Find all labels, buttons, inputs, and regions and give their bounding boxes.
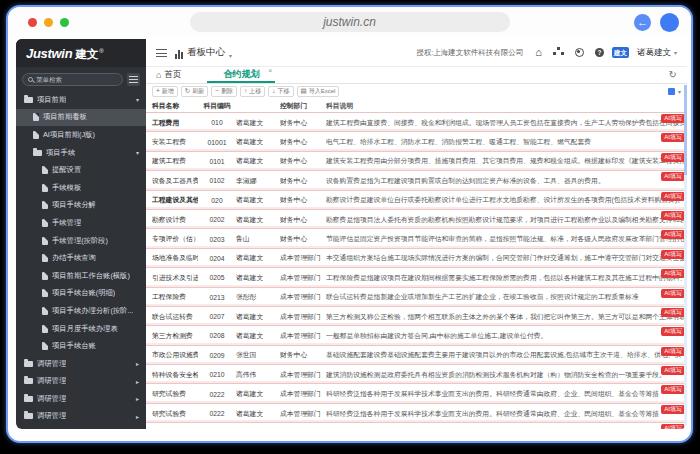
ai-fill-button[interactable]: AI填写 [661, 289, 685, 298]
menu-search-input[interactable] [36, 76, 117, 83]
table-row[interactable]: 工程保险费 0213 张彤彤 成本管理部门 联合试运转费是指新建企业或增加新生产… [146, 288, 687, 307]
minimize-window-button[interactable] [44, 18, 53, 27]
sidebar-item[interactable]: 手续管理(按阶段) [16, 232, 146, 250]
sidebar-item[interactable]: 调研管理 ▸ [16, 373, 146, 391]
ai-fill-button[interactable]: AI填写 [661, 211, 685, 220]
table-row[interactable]: 研究试验费 0222 诸葛建文 成本管理部门 科研经费泛指各种用于发展科学技术事… [146, 404, 687, 423]
sidebar-item[interactable]: 项目手续办理分析(按阶... [16, 302, 146, 320]
table-row[interactable]: 专利及专有技术使用费 0223 诸葛建文 成本管理部门 1) 国外设计及技术资料… [146, 423, 687, 429]
sidebar-item[interactable]: 项目手续台账 [16, 337, 146, 355]
maximize-window-button[interactable] [60, 18, 69, 27]
sidebar-item[interactable]: 办结手续查询 [16, 249, 146, 267]
menu-search-box[interactable] [22, 73, 123, 86]
tab-home[interactable]: ⌂ 首页 [156, 69, 181, 81]
home-icon[interactable]: ⌂ [535, 47, 542, 58]
sidebar-item[interactable]: 项目手续分解 [16, 197, 146, 215]
sidebar-item[interactable]: 项目手续 ▾ [16, 144, 146, 162]
sidebar-item[interactable]: 调研管理 ▸ [16, 390, 146, 408]
menu-list-toggle-button[interactable] [127, 73, 140, 86]
sidebar-item[interactable]: 手续模板 [16, 179, 146, 197]
table-row[interactable]: 场地准备及临时设施费 0204 诸葛建文 成本管理部门 本交通组织方案结合施工现… [146, 249, 687, 268]
toolbar-button[interactable]: + 新增 [152, 86, 178, 97]
ai-fill-button[interactable]: AI填写 [661, 153, 685, 162]
grid-toolbar: + 新增 ↻ 刷新 − 删除 ↑ 上移 ↓ 下移 ▤ 导入Excel ▾ [146, 84, 687, 98]
ai-fill-button[interactable]: AI填写 [661, 172, 685, 181]
help-icon[interactable]: ? [595, 48, 604, 57]
ai-fill-button[interactable]: AI填写 [661, 308, 685, 317]
browser-window: justwin.cn ← Justwin 建文 ® 项目前期 ▾ [6, 5, 693, 443]
ai-fill-button[interactable]: AI填写 [661, 250, 685, 259]
tab-bar: ⌂ 首页 合约规划 × ↻ [146, 67, 687, 84]
ai-fill-button[interactable]: AI填写 [661, 366, 685, 375]
close-window-button[interactable] [28, 18, 37, 27]
table-row[interactable]: 研究试验费 0222 诸葛建文 成本管理部门 科研经费泛指各种用于发展科学技术事… [146, 384, 687, 403]
cell-subject-name: 专利及专有技术使用费 [146, 428, 198, 429]
table-row[interactable]: 引进技术及引进设备费 0205 诸葛建文 成本管理部门 工程保险费是指建设项目在… [146, 268, 687, 287]
app-root: Justwin 建文 ® 项目前期 ▾ 项目前期看板 AI项目前期(J版) [16, 39, 687, 429]
org-chart-icon[interactable] [557, 47, 560, 50]
table-row[interactable]: 市政公用设施费 0209 张世国 财务中心 基础设施配套建设费基础设施配套费主要… [146, 346, 687, 365]
minus-icon: − [215, 88, 219, 95]
cell-subject-code: 0222 [198, 410, 236, 417]
user-menu[interactable]: 诸葛建文 ▾ [637, 47, 677, 59]
ai-fill-button[interactable]: AI填写 [661, 385, 685, 394]
vertical-scrollbar[interactable] [684, 85, 687, 429]
sidebar-item[interactable]: 手续管理 [16, 214, 146, 232]
sidebar-item[interactable]: AI项目前期(J版) [16, 126, 146, 144]
toolbar-button[interactable]: − 删除 [211, 86, 237, 97]
table-row[interactable]: 建筑工程费 0101 诸葛建文 财务中心 建筑安装工程费用由分部分项费用、措施项… [146, 152, 687, 171]
ai-fill-button[interactable]: AI填写 [661, 114, 685, 123]
ai-fill-button[interactable]: AI填写 [661, 405, 685, 414]
toolbar-view-dropdown[interactable]: ▾ [668, 88, 681, 95]
cell-control-dept: 财务中心 [280, 215, 326, 225]
ai-fill-button[interactable]: AI填写 [661, 424, 685, 429]
toolbar-button[interactable]: ↻ 刷新 [181, 86, 208, 97]
close-icon[interactable]: × [268, 67, 272, 75]
table-row[interactable]: 工程费用 010 诸葛建文 财务中心 建筑工程费由直接费、间接费、税金和利润组成… [146, 113, 687, 132]
tab-contract-planning[interactable]: 合约规划 × [207, 67, 275, 83]
toolbar-button[interactable]: ▤ 导入Excel [297, 86, 340, 97]
toolbar-button[interactable]: ↑ 上移 [240, 86, 265, 97]
sidebar-item[interactable]: 项目前期看板 [16, 109, 146, 127]
ai-fill-button[interactable]: AI填写 [661, 192, 685, 201]
ai-fill-button[interactable]: AI填写 [661, 347, 685, 356]
cell-description: 工程保险费是指建设项目在建设期间根据需要实施工程保险所需的费用，包括以各种建筑工… [326, 273, 687, 283]
down-icon: ↓ [272, 88, 275, 95]
address-bar[interactable]: justwin.cn [190, 12, 510, 32]
sidebar-item[interactable]: 调研管理 ▸ [16, 355, 146, 373]
back-button[interactable]: ← [634, 14, 651, 31]
table-row[interactable]: 安装工程费 01001 诸葛建文 财务中心 电气工程、给排水工程、消防水工程、消… [146, 132, 687, 151]
table-row[interactable]: 工程建设及其他费用 020 诸葛建文 财务中心 勘察设计费是建设单位自行或委托勘… [146, 191, 687, 210]
table-row[interactable]: 勘察设计费 0202 诸葛建文 财务中心 勘察费是指项目法人委托有资质的勘察机构… [146, 210, 687, 229]
ai-fill-button[interactable]: AI填写 [661, 230, 685, 239]
ai-fill-button[interactable]: AI填写 [661, 327, 685, 336]
toolbar-button[interactable]: ↓ 下移 [268, 86, 293, 97]
table-row[interactable]: 第三方检测费 0208 诸葛建文 成本管理部门 一般都是单独招标由建设方签合同,… [146, 326, 687, 345]
ai-fill-button[interactable]: AI填写 [661, 133, 685, 142]
cell-control-dept: 财务中心 [280, 137, 326, 147]
account-button[interactable] [660, 13, 679, 32]
sidebar-item-label: 手续管理(按阶段) [52, 236, 108, 246]
ai-fill-button[interactable]: AI填写 [661, 269, 685, 278]
refresh-icon[interactable]: ↻ [669, 70, 677, 80]
kanban-center-dropdown[interactable]: 看板中心 ▾ [175, 46, 232, 59]
sidebar-item-label: 项目前期 [37, 95, 66, 105]
caret-icon: ▾ [133, 96, 139, 103]
table-row[interactable]: 特种设备安全检验费 0210 高伟伟 成本管理部门 建筑消防设施检测是政府委托具… [146, 365, 687, 384]
sidebar: Justwin 建文 ® 项目前期 ▾ 项目前期看板 AI项目前期(J版) [16, 39, 146, 429]
sidebar-item[interactable]: 提醒设置 [16, 161, 146, 179]
cell-control-dept: 成本管理部门 [280, 253, 326, 263]
cell-owner: 高伟伟 [236, 370, 280, 380]
sidebar-item[interactable]: 调研管理 ▸ [16, 408, 146, 426]
phone-icon[interactable] [575, 48, 584, 57]
hamburger-icon[interactable] [156, 49, 167, 57]
sidebar-item[interactable]: 项目前期工作台账(横版) [16, 267, 146, 285]
sidebar-item[interactable]: 项目前期 ▾ [16, 91, 146, 109]
cell-control-dept: 财务中心 [280, 176, 326, 186]
table-row[interactable]: 设备及工器具费 0102 李淑娜 财务中心 设备购置费是指为工程建设项目购置或自… [146, 171, 687, 190]
chevron-down-icon: ▾ [229, 52, 232, 59]
sidebar-item[interactable]: 项目月度手续办理表 [16, 320, 146, 338]
sidebar-item[interactable]: 项目手续台账(明细) [16, 285, 146, 303]
table-row[interactable]: 联合试运转费 0207 诸葛建文 成本管理部门 第三方检测又称公正检验，指两个相… [146, 307, 687, 326]
table-row[interactable]: 专项评价（估）费 0203 鲁山 财务中心 节能评估是固定资产投资项目节能评估和… [146, 229, 687, 248]
